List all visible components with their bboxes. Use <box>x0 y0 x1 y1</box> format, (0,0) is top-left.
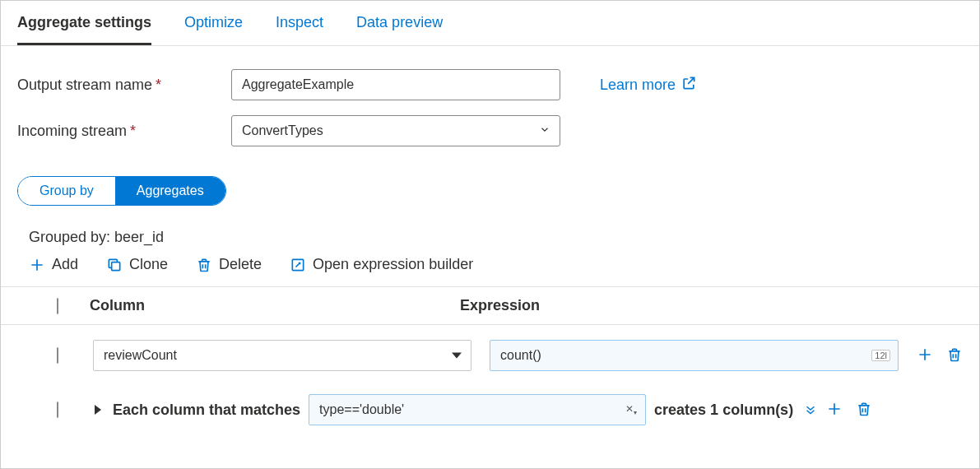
row-checkbox[interactable] <box>57 402 58 418</box>
delete-row-icon[interactable] <box>856 401 872 420</box>
plus-icon <box>29 257 45 273</box>
open-expression-builder-button[interactable]: Open expression builder <box>290 256 473 273</box>
add-column-icon[interactable] <box>917 346 933 365</box>
output-stream-label: Output stream name* <box>17 77 231 94</box>
type-badge: 12l <box>871 350 890 361</box>
learn-more-link[interactable]: Learn more <box>600 75 697 95</box>
trash-icon <box>196 257 212 273</box>
clear-icon[interactable]: ✕▾ <box>625 403 637 416</box>
tab-aggregate-settings[interactable]: Aggregate settings <box>17 1 151 45</box>
pattern-row: Each column that matches type=='double' … <box>1 386 979 440</box>
clone-button[interactable]: Clone <box>106 256 168 273</box>
triangle-down-icon <box>452 353 462 359</box>
tabs-bar: Aggregate settings Optimize Inspect Data… <box>1 1 979 46</box>
expression-header: Expression <box>452 297 963 314</box>
table-header: Column Expression <box>1 286 979 325</box>
pattern-prefix: Each column that matches <box>113 402 300 419</box>
column-select[interactable]: reviewCount <box>93 340 471 371</box>
toolbar: Add Clone Delete Open expression builder <box>1 256 979 286</box>
expand-triangle-icon[interactable] <box>95 405 101 415</box>
delete-button[interactable]: Delete <box>196 256 262 273</box>
incoming-stream-label: Incoming stream* <box>17 123 231 140</box>
column-header: Column <box>57 297 452 314</box>
external-link-icon <box>680 75 697 95</box>
grouped-by-text: Grouped by: beer_id <box>1 221 979 256</box>
tab-optimize[interactable]: Optimize <box>184 1 243 45</box>
svg-rect-0 <box>112 262 120 270</box>
add-button[interactable]: Add <box>29 256 78 273</box>
double-chevron-down-icon[interactable] <box>803 402 818 417</box>
table-row: reviewCount count() 12l <box>1 325 979 386</box>
segment-group-by[interactable]: Group by <box>18 177 115 205</box>
copy-icon <box>106 257 123 273</box>
open-icon <box>290 257 306 273</box>
tab-inspect[interactable]: Inspect <box>276 1 323 45</box>
tab-data-preview[interactable]: Data preview <box>356 1 443 45</box>
delete-row-icon[interactable] <box>946 346 963 365</box>
output-stream-input[interactable] <box>231 69 560 100</box>
segment-aggregates[interactable]: Aggregates <box>115 177 225 205</box>
pattern-suffix: creates 1 column(s) <box>654 402 793 419</box>
expression-input[interactable]: count() <box>490 340 899 371</box>
add-column-icon[interactable] <box>826 401 843 420</box>
pattern-condition-input[interactable]: type=='double' ✕▾ <box>309 394 646 425</box>
incoming-stream-select[interactable]: ConvertTypes <box>231 115 560 146</box>
row-checkbox[interactable] <box>57 347 58 364</box>
segmented-control: Group by Aggregates <box>17 176 226 206</box>
